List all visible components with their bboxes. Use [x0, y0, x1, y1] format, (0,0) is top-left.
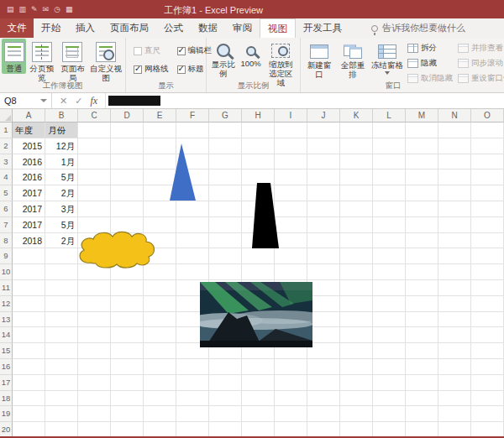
column-header-O[interactable]: O: [471, 109, 504, 123]
row-header-7[interactable]: 7: [0, 217, 13, 233]
cell-F2[interactable]: [176, 138, 209, 154]
cell-B7[interactable]: 5月: [45, 217, 78, 233]
cell-O14[interactable]: [471, 327, 504, 343]
cell-O5[interactable]: [471, 185, 504, 201]
cell-F15[interactable]: [176, 343, 209, 359]
cell-H18[interactable]: [242, 391, 275, 407]
column-header-I[interactable]: I: [275, 109, 307, 123]
cell-G1[interactable]: [209, 123, 242, 138]
cell-K1[interactable]: [340, 123, 373, 138]
new-window-button[interactable]: 新建窗口: [302, 39, 336, 80]
cell-O16[interactable]: [471, 359, 504, 375]
cell-E12[interactable]: [144, 296, 176, 312]
cell-J5[interactable]: [307, 185, 340, 201]
cell-K5[interactable]: [340, 185, 373, 201]
cell-O6[interactable]: [471, 201, 504, 217]
save-icon[interactable]: ▤: [7, 6, 14, 13]
cell-O9[interactable]: [471, 248, 504, 264]
column-header-D[interactable]: D: [111, 109, 144, 123]
row-header-1[interactable]: 1: [0, 123, 13, 138]
cell-G10[interactable]: [209, 264, 242, 280]
cell-H3[interactable]: [242, 154, 275, 170]
cell-N12[interactable]: [438, 296, 471, 312]
cell-E17[interactable]: [144, 375, 176, 391]
cell-J8[interactable]: [307, 233, 340, 249]
cell-G11[interactable]: [209, 280, 242, 296]
tab-开发工具[interactable]: 开发工具: [296, 18, 349, 38]
cell-C4[interactable]: [78, 169, 111, 185]
cell-F7[interactable]: [176, 217, 209, 233]
cell-F9[interactable]: [176, 248, 209, 264]
cell-C12[interactable]: [78, 296, 111, 312]
cell-F19[interactable]: [176, 406, 209, 422]
cell-L16[interactable]: [373, 359, 406, 375]
cell-D10[interactable]: [111, 264, 144, 280]
row-header-14[interactable]: 14: [0, 327, 13, 343]
cell-N19[interactable]: [438, 406, 471, 422]
cell-D12[interactable]: [111, 296, 144, 312]
cell-C9[interactable]: [78, 248, 111, 264]
cell-J11[interactable]: [307, 280, 340, 296]
cell-K3[interactable]: [340, 154, 373, 170]
cell-E2[interactable]: [144, 138, 176, 154]
name-box[interactable]: Q8: [0, 93, 52, 108]
cell-M10[interactable]: [406, 264, 438, 280]
tab-页面布局[interactable]: 页面布局: [102, 18, 156, 38]
cell-B6[interactable]: 3月: [45, 201, 78, 217]
synchronous-scrolling-button[interactable]: 同步滚动: [455, 57, 504, 70]
row-header-5[interactable]: 5: [0, 185, 13, 201]
checkbox-直尺[interactable]: 直尺: [134, 45, 169, 56]
cell-D5[interactable]: [111, 185, 144, 201]
cell-G19[interactable]: [209, 406, 242, 422]
cell-G17[interactable]: [209, 375, 242, 391]
column-header-C[interactable]: C: [78, 109, 111, 123]
cell-C8[interactable]: [78, 233, 111, 249]
row-header-17[interactable]: 17: [0, 375, 13, 391]
cell-N11[interactable]: [438, 280, 471, 296]
cell-N7[interactable]: [438, 217, 471, 233]
cell-C13[interactable]: [78, 312, 111, 328]
cell-J4[interactable]: [307, 169, 340, 185]
cell-A14[interactable]: [13, 327, 45, 343]
cell-B11[interactable]: [45, 280, 78, 296]
cell-D17[interactable]: [111, 375, 144, 391]
cell-F11[interactable]: [176, 280, 209, 296]
cell-M9[interactable]: [406, 248, 438, 264]
cell-H8[interactable]: [242, 233, 275, 249]
cell-K17[interactable]: [340, 375, 373, 391]
cell-K9[interactable]: [340, 248, 373, 264]
cell-M14[interactable]: [406, 327, 438, 343]
cell-F12[interactable]: [176, 296, 209, 312]
cell-C14[interactable]: [78, 327, 111, 343]
cell-O19[interactable]: [471, 406, 504, 422]
cell-I5[interactable]: [275, 185, 307, 201]
grid-icon[interactable]: ▦: [66, 6, 73, 13]
cell-E9[interactable]: [144, 248, 176, 264]
cell-A17[interactable]: [13, 375, 45, 391]
column-header-A[interactable]: A: [13, 109, 45, 123]
cell-H11[interactable]: [242, 280, 275, 296]
column-header-N[interactable]: N: [438, 109, 471, 123]
normal-view-button[interactable]: 普通: [2, 39, 26, 74]
cell-E7[interactable]: [144, 217, 176, 233]
freeze-panes-button[interactable]: 冻结窗格: [370, 39, 405, 76]
cell-H14[interactable]: [242, 327, 275, 343]
cell-L12[interactable]: [373, 296, 406, 312]
cell-G5[interactable]: [209, 185, 242, 201]
cell-G2[interactable]: [209, 138, 242, 154]
cell-M11[interactable]: [406, 280, 438, 296]
cell-A11[interactable]: [13, 280, 45, 296]
cell-I8[interactable]: [275, 233, 307, 249]
cell-E1[interactable]: [144, 123, 176, 138]
cell-H7[interactable]: [242, 217, 275, 233]
cell-N9[interactable]: [438, 248, 471, 264]
cell-E15[interactable]: [144, 343, 176, 359]
cell-D13[interactable]: [111, 312, 144, 328]
cell-C18[interactable]: [78, 391, 111, 407]
cell-H15[interactable]: [242, 343, 275, 359]
cell-A4[interactable]: 2016: [13, 169, 45, 185]
cell-H4[interactable]: [242, 169, 275, 185]
cell-L8[interactable]: [373, 233, 406, 249]
cell-I2[interactable]: [275, 138, 307, 154]
cell-A10[interactable]: [13, 264, 45, 280]
